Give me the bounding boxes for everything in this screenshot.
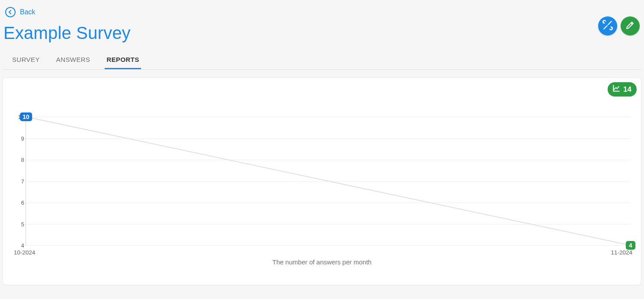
total-pill[interactable]: 14: [608, 82, 637, 96]
report-card: 14 4567891010-20241011-20244 The number …: [3, 77, 641, 285]
chart-line-icon: [612, 84, 621, 95]
y-tick: 4: [15, 242, 24, 249]
data-point-badge[interactable]: 10: [20, 113, 32, 121]
svg-point-0: [6, 7, 15, 17]
tabs: SURVEY ANSWERS REPORTS: [3, 51, 641, 70]
total-pill-value: 14: [623, 85, 631, 94]
grid-line: [26, 245, 631, 246]
y-tick: 5: [15, 221, 24, 227]
tab-answers[interactable]: ANSWERS: [54, 51, 92, 69]
edit-button[interactable]: [621, 16, 640, 35]
x-tick: 11-2024: [611, 249, 632, 256]
y-tick: 8: [15, 157, 24, 163]
tools-icon: [602, 19, 613, 32]
back-arrow-icon[interactable]: [4, 6, 16, 18]
y-tick: 9: [15, 135, 24, 141]
pencil-icon: [625, 20, 635, 32]
chart-caption: The number of answers per month: [3, 258, 641, 266]
y-tick: 6: [15, 199, 24, 206]
x-tick: 10-2024: [14, 249, 35, 256]
tab-survey[interactable]: SURVEY: [10, 51, 42, 69]
tools-button[interactable]: [598, 16, 617, 35]
back-link[interactable]: Back: [20, 8, 35, 16]
y-tick: 7: [15, 178, 24, 184]
tab-reports[interactable]: REPORTS: [105, 51, 141, 69]
data-point-badge[interactable]: 4: [626, 241, 635, 250]
chart-line: [26, 117, 631, 245]
chart: 4567891010-20241011-20244: [13, 117, 631, 246]
page-title: Example Survey: [3, 23, 641, 43]
